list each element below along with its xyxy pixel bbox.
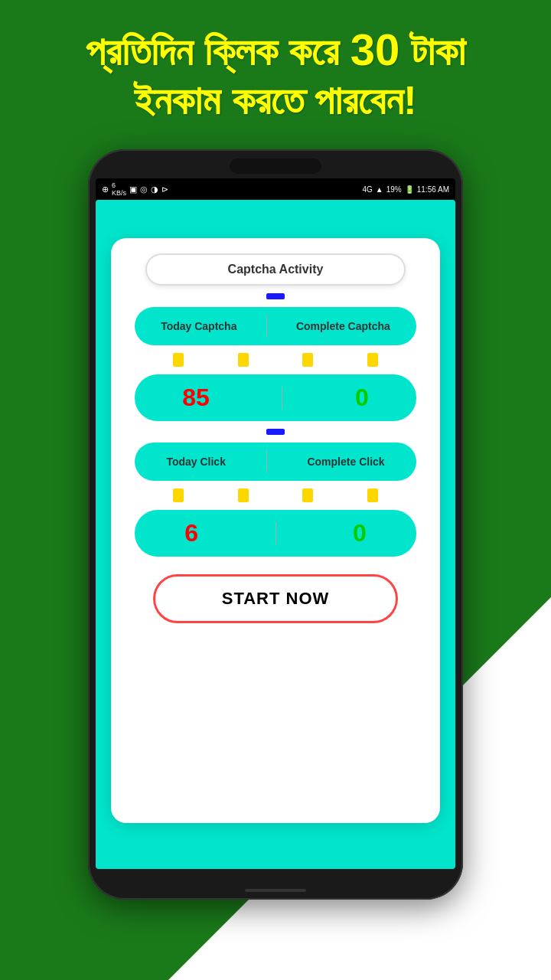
yellow-dot-2 [238, 353, 249, 367]
start-now-button[interactable]: START NOW [153, 574, 398, 623]
today-click-value: 6 [184, 519, 198, 547]
battery-level: 19% [386, 185, 402, 194]
network-indicator: 4G [362, 185, 372, 194]
yellow-dot-7 [302, 488, 313, 502]
status-bar: ⊕ 6KB/s ▣ ◎ ◑ ⊳ 4G ▲ 19% 🔋 11:56 AM [96, 178, 455, 200]
divider-2 [282, 387, 282, 410]
yellow-dot-3 [302, 353, 313, 367]
captcha-values-row: 85 0 [135, 374, 416, 421]
complete-captcha-value: 0 [355, 384, 369, 412]
yellow-dot-1 [173, 353, 184, 367]
messenger-icon: ◎ [140, 185, 148, 194]
facebook-icon: ◑ [151, 185, 158, 194]
status-left-icons: ⊕ 6KB/s ▣ ◎ ◑ ⊳ [102, 181, 168, 197]
divider-4 [276, 522, 276, 545]
complete-click-label: Complete Click [307, 456, 384, 468]
main-card: Captcha Activity Today Captcha Complete … [111, 238, 440, 823]
time-display: 11:56 AM [417, 185, 449, 194]
click-values-row: 6 0 [135, 510, 416, 557]
captcha-stats-header: Today Captcha Complete Captcha [135, 307, 416, 345]
whatsapp-icon: ⊕ [102, 185, 109, 194]
today-click-label: Today Click [166, 456, 226, 468]
speed-icon: 6KB/s [112, 181, 126, 197]
header-line1: প্রতিদিন ক্লিক করে 30 টাকা [15, 23, 536, 77]
location-icon: ⊳ [161, 185, 168, 194]
today-captcha-value: 85 [182, 384, 210, 412]
captcha-activity-title: Captcha Activity [145, 253, 406, 286]
phone-home-bar [245, 889, 306, 892]
phone-frame: ⊕ 6KB/s ▣ ◎ ◑ ⊳ 4G ▲ 19% 🔋 11:56 AM Capt… [88, 149, 463, 900]
yellow-dot-6 [238, 488, 249, 502]
captcha-dots-row [135, 351, 416, 368]
blue-indicator-2 [266, 429, 285, 435]
complete-captcha-label: Complete Captcha [296, 320, 390, 332]
yellow-dot-4 [367, 353, 378, 367]
status-right-info: 4G ▲ 19% 🔋 11:56 AM [362, 185, 449, 194]
today-captcha-label: Today Captcha [161, 320, 236, 332]
blue-indicator-1 [266, 293, 285, 299]
yellow-dot-5 [173, 488, 184, 502]
divider-3 [266, 450, 267, 473]
signal-icon: ▲ [376, 185, 383, 194]
yellow-dot-8 [367, 488, 378, 502]
click-dots-row [135, 487, 416, 504]
battery-icon: 🔋 [405, 185, 414, 194]
divider-1 [266, 315, 267, 338]
complete-click-value: 0 [353, 519, 367, 547]
phone-speaker [230, 158, 321, 174]
header-section: প্রতিদিন ক্লিক করে 30 টাকা ইনকাম করতে পা… [0, 15, 551, 132]
header-line2: ইনকাম করতে পারবেন! [15, 77, 536, 124]
screenshot-icon: ▣ [129, 185, 137, 194]
click-stats-header: Today Click Complete Click [135, 443, 416, 481]
phone-screen: Captcha Activity Today Captcha Complete … [96, 200, 455, 869]
